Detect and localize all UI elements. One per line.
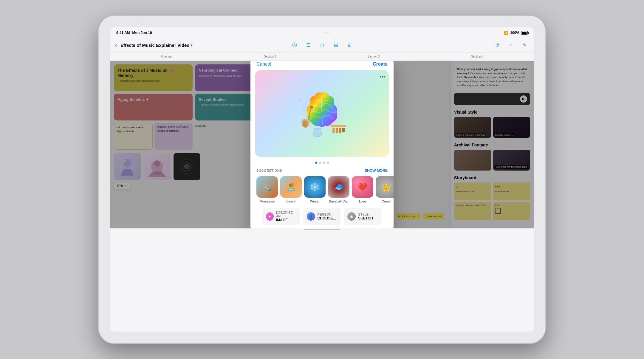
love-label: Love <box>359 199 366 203</box>
undo-icon[interactable]: ↺ <box>493 41 501 50</box>
dropdown-icon[interactable]: ▾ <box>191 43 192 47</box>
show-more-button[interactable]: SHOW MORE <box>365 168 388 173</box>
baseball-cap-label: Baseball Cap <box>329 199 348 203</box>
cancel-button[interactable]: Cancel <box>256 61 271 67</box>
modal-header: Cancel Create <box>250 61 394 70</box>
describe-value: IMAGE <box>276 218 297 222</box>
beach-label: Beach <box>286 199 295 203</box>
svg-rect-15 <box>339 128 341 133</box>
section-headers: Opening Section 1 Section 2 Section 3 <box>110 52 534 61</box>
describe-image-button[interactable]: ✦ DESCRIBE AN IMAGE <box>262 208 300 225</box>
winter-label: Winter <box>310 199 320 203</box>
love-thumb: ❤️ <box>352 176 373 198</box>
style-text: STYLE SKETCH <box>358 213 373 220</box>
svg-point-6 <box>310 106 313 109</box>
create-button[interactable]: Create <box>373 61 388 67</box>
section-1: Section 1 <box>219 55 322 58</box>
dots-indicator <box>250 162 394 164</box>
suggestion-love[interactable]: ❤️ Love <box>352 176 373 203</box>
describe-icon: ✦ <box>266 212 274 221</box>
svg-point-18 <box>302 109 305 111</box>
section-2: Section 2 <box>322 55 425 58</box>
back-button[interactable]: ‹ <box>115 42 117 48</box>
status-bar: 9:41 AM Mon Jun 10 • • • 📶 100% <box>110 27 534 38</box>
ipad-screen: 9:41 AM Mon Jun 10 • • • 📶 100% ‹ Effect… <box>110 27 534 332</box>
mountains-thumb: ⛰️ <box>256 176 278 198</box>
nav-icon-folder[interactable]: ⊓ <box>318 41 326 50</box>
nav-center: Ⓐ ☰ ⊓ ⊞ ⊡ <box>253 41 391 50</box>
style-label: STYLE <box>358 213 373 216</box>
nav-icon-doc[interactable]: ☰ <box>304 41 313 50</box>
winter-thumb: ❄️ <box>304 176 326 198</box>
dot-4 <box>327 162 329 164</box>
style-value: SKETCH <box>358 216 373 220</box>
nav-bar: ‹ Effects of Music Explainer Video ▾ Ⓐ ☰… <box>110 38 534 52</box>
suggestion-baseball-cap[interactable]: 🧢 Baseball Cap <box>328 176 349 203</box>
beach-thumb: 🏝️ <box>280 176 302 198</box>
suggestion-mountains[interactable]: ⛰️ Mountains <box>256 176 278 203</box>
svg-point-5 <box>303 121 307 127</box>
person-value: CHOOSE... <box>318 216 336 220</box>
svg-point-17 <box>334 110 337 114</box>
svg-rect-12 <box>331 125 346 127</box>
suggestions-label: SUGGESTIONS <box>256 169 282 172</box>
doc-title-text: Effects of Music Explainer Video <box>120 43 189 48</box>
style-button[interactable]: ◈ STYLE SKETCH <box>344 208 382 225</box>
suggestions-grid: ⛰️ Mountains 🏝️ Beach <box>256 176 388 203</box>
nav-icon-a[interactable]: Ⓐ <box>290 41 299 50</box>
describe-text: DESCRIBE AN IMAGE <box>276 211 297 222</box>
status-right: 📶 100% <box>504 31 528 35</box>
dot-2 <box>319 162 321 164</box>
style-icon: ◈ <box>347 212 356 221</box>
doc-title: Effects of Music Explainer Video ▾ <box>120 43 192 48</box>
section-3: Section 3 <box>425 55 529 58</box>
bottom-bar <box>110 228 534 230</box>
suggestion-beach[interactable]: 🏝️ Beach <box>280 176 302 203</box>
suggestions-section: SUGGESTIONS SHOW MORE ⛰️ Mountains <box>250 168 394 225</box>
svg-rect-16 <box>342 128 345 132</box>
nav-right: ↺ ↑ ✎ <box>391 41 529 50</box>
share-icon[interactable]: ↑ <box>506 41 515 50</box>
battery-percent: 100% <box>510 31 519 35</box>
date-display: Mon Jun 10 <box>132 31 152 35</box>
person-icon: 👤 <box>307 212 315 221</box>
modal-overlay[interactable]: Cancel Create ••• <box>110 61 534 228</box>
image-generation-modal: Cancel Create ••• <box>250 61 394 228</box>
person-label: PERSON <box>318 213 336 216</box>
edit-icon[interactable]: ✎ <box>520 41 529 50</box>
brain-music-illustration: ♪ ♫ ♩ <box>286 78 358 149</box>
baseball-cap-thumb: 🧢 <box>328 176 349 198</box>
more-options-button[interactable]: ••• <box>380 74 385 80</box>
nav-left: ‹ Effects of Music Explainer Video ▾ <box>115 42 253 48</box>
dot-3 <box>323 162 325 164</box>
main-content: The Effects of ♩ Music on 🧠 Memory A cog… <box>110 61 534 228</box>
person-text: PERSON CHOOSE... <box>318 213 336 220</box>
person-choose-button[interactable]: 👤 PERSON CHOOSE... <box>303 208 341 225</box>
suggestion-crown[interactable]: 👑 Crown <box>376 176 394 203</box>
svg-rect-13 <box>332 128 335 133</box>
svg-text:♪: ♪ <box>298 98 301 103</box>
status-center: • • • <box>325 31 331 35</box>
describe-label: DESCRIBE AN <box>276 211 297 218</box>
image-preview-container: ••• <box>255 70 389 157</box>
time-display: 9:41 AM <box>116 31 130 35</box>
action-buttons: ✦ DESCRIBE AN IMAGE 👤 PERSON C <box>256 208 388 225</box>
nav-icon-text[interactable]: ⊞ <box>331 41 340 50</box>
mountains-label: Mountains <box>260 199 275 203</box>
suggestion-winter[interactable]: ❄️ Winter <box>304 176 326 203</box>
home-indicator <box>304 229 340 230</box>
dot-1 <box>315 162 317 164</box>
svg-rect-14 <box>336 128 338 133</box>
ipad-device: 9:41 AM Mon Jun 10 • • • 📶 100% ‹ Effect… <box>98 16 546 343</box>
wifi-icon: 📶 <box>504 31 508 35</box>
svg-text:♫: ♫ <box>337 95 340 100</box>
dots-icon: • • • <box>325 31 331 35</box>
svg-text:♩: ♩ <box>332 120 335 125</box>
section-opening: Opening <box>115 55 219 58</box>
crown-thumb: 👑 <box>376 176 394 198</box>
battery-icon <box>521 31 528 35</box>
status-left: 9:41 AM Mon Jun 10 <box>116 31 152 35</box>
crown-label: Crown <box>382 199 391 203</box>
suggestions-header: SUGGESTIONS SHOW MORE <box>256 168 388 173</box>
nav-icon-media[interactable]: ⊡ <box>345 41 354 50</box>
